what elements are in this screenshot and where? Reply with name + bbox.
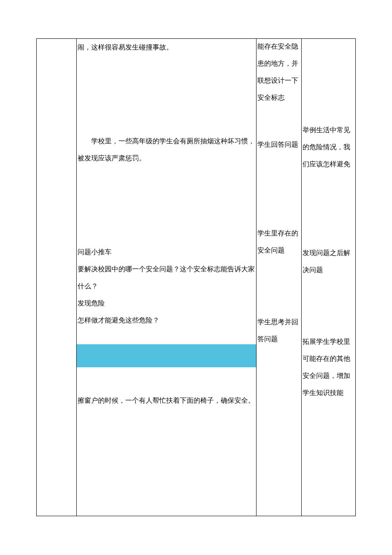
highlight-bar — [77, 344, 256, 367]
paragraph: 学校里，一些高年级的学生会有厕所抽烟这种坏习惯，被发现应该严肃惩罚。 — [77, 133, 256, 167]
cell-text: 能存在安全隐患的地方，并联想设计一下安全标志 — [257, 38, 301, 106]
column-1 — [37, 39, 77, 516]
cell-text: 发现问题之后解决问题 — [302, 244, 355, 279]
column-3-student-activity: 能存在安全隐患的地方，并联想设计一下安全标志 学生回答问题 学生里存在的安全问题… — [257, 39, 302, 516]
lesson-plan-table: 闹，这样很容易发生碰撞事故。 学校里，一些高年级的学生会有厕所抽烟这种坏习惯，被… — [36, 38, 356, 516]
column-4-design-intent: 举例生活中常见的危险情况，我们应该怎样避免 发现问题之后解决问题 拓展学生学校里… — [302, 39, 355, 516]
cell-text: 学生思考并回答问题 — [257, 314, 301, 348]
paragraph: 要解决校园中的哪一个安全问题？这个安全标志能告诉大家什么？ — [77, 261, 256, 295]
paragraph: 发现危险 — [77, 295, 256, 312]
paragraph: 怎样做才能避免这些危险？ — [77, 312, 256, 329]
paragraph: 问题小推车 — [77, 244, 256, 261]
cell-text: 学生回答问题 — [257, 136, 301, 153]
column-2-teacher-activity: 闹，这样很容易发生碰撞事故。 学校里，一些高年级的学生会有厕所抽烟这种坏习惯，被… — [77, 39, 257, 516]
cell-text: 学生里存在的安全问题 — [257, 225, 301, 259]
cell-text: 拓展学生学校里可能存在的其他安全问题，增加学生知识技能 — [302, 333, 355, 401]
paragraph: 擦窗户的时候，一个有人帮忙扶着下面的椅子，确保安全。 — [77, 392, 256, 409]
cell-text: 举例生活中常见的危险情况，我们应该怎样避免 — [302, 122, 355, 173]
paragraph: 闹，这样很容易发生碰撞事故。 — [77, 39, 256, 56]
